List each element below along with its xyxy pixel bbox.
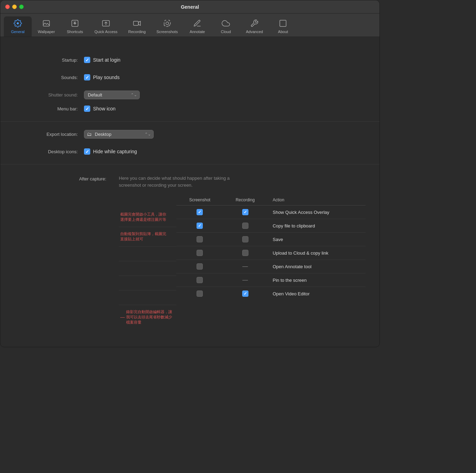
- tab-about[interactable]: About: [269, 16, 297, 37]
- hide-while-capturing-checkbox[interactable]: ✓: [84, 148, 90, 155]
- start-at-login-checkbox[interactable]: ✓: [84, 57, 90, 63]
- play-sounds-wrap[interactable]: ✓ Play sounds: [84, 74, 120, 80]
- recording-cell-3[interactable]: [223, 233, 267, 246]
- tab-quick-access-label: Quick Access: [94, 30, 117, 34]
- screenshot-checkbox-4[interactable]: [197, 250, 203, 256]
- play-sounds-label: Play sounds: [93, 75, 120, 80]
- annotate-icon: [192, 18, 202, 28]
- section-general: Startup: ✓ Start at login Sounds:: [0, 47, 379, 122]
- tab-annotate[interactable]: Annotate: [183, 16, 211, 37]
- hide-while-capturing-wrap[interactable]: ✓ Hide while capturing: [84, 148, 137, 155]
- recording-checkbox-2[interactable]: [242, 223, 248, 229]
- desktop-icons-label: Desktop icons:: [14, 149, 84, 154]
- shutter-sound-control: Default None Classic Modern ⌃⌄: [84, 91, 140, 99]
- menu-bar-label: Menu bar:: [14, 106, 84, 111]
- recording-checkbox-1[interactable]: ✓: [242, 209, 248, 215]
- show-icon-label: Show icon: [93, 106, 116, 111]
- show-icon-checkbox[interactable]: ✓: [84, 106, 90, 112]
- screenshot-checkbox-3[interactable]: [197, 236, 203, 242]
- annotation-column: 截圖完會開啟小工具，讓你選擇要上傳還是標注圖片等 自動複製到剪貼簿，截圖完直接貼…: [119, 195, 176, 329]
- wallpaper-icon: [41, 18, 51, 28]
- screenshot-checkbox-6[interactable]: [197, 277, 203, 283]
- recording-icon: [132, 18, 142, 28]
- recording-checkbox-4[interactable]: [242, 250, 248, 256]
- cloud-icon: [221, 18, 231, 28]
- fullscreen-button[interactable]: [19, 5, 24, 9]
- start-at-login-label: Start at login: [93, 57, 121, 63]
- table-row: ✓ ✓ Show Quick Acce: [176, 206, 366, 219]
- screenshot-checkbox-5[interactable]: [197, 263, 203, 270]
- screenshot-cell-3[interactable]: [176, 233, 223, 246]
- tab-screenshots[interactable]: Screenshots: [152, 16, 183, 37]
- titlebar: General: [0, 0, 379, 14]
- action-cell-1: Show Quick Access Overlay: [267, 206, 366, 219]
- after-capture-label: After capture:: [79, 176, 113, 181]
- tab-advanced-label: Advanced: [246, 30, 263, 34]
- screenshot-checkbox-2[interactable]: ✓: [197, 223, 203, 229]
- screenshot-cell-6[interactable]: [176, 273, 223, 287]
- check-icon: ✓: [85, 58, 89, 62]
- tab-quick-access[interactable]: Quick Access: [90, 16, 122, 37]
- show-icon-wrap[interactable]: ✓ Show icon: [84, 106, 116, 112]
- svg-rect-7: [280, 20, 286, 26]
- tab-about-label: About: [278, 30, 288, 34]
- svg-rect-1: [43, 21, 49, 26]
- tab-shortcuts[interactable]: ⌘ Shortcuts: [61, 16, 89, 37]
- close-button[interactable]: [5, 5, 10, 9]
- tab-cloud[interactable]: Cloud: [212, 16, 240, 37]
- screenshot-cell-7[interactable]: [176, 287, 223, 301]
- tab-recording[interactable]: Recording: [123, 16, 151, 37]
- col-recording-header: Recording: [223, 195, 267, 206]
- annotation-marker-7: —: [120, 315, 125, 320]
- table-row: — Pin to the screen: [176, 273, 366, 287]
- section-after-capture: After capture: Here you can decide what …: [0, 164, 379, 336]
- start-at-login-wrap[interactable]: ✓ Start at login: [84, 57, 121, 63]
- recording-cell-6[interactable]: —: [223, 273, 267, 287]
- tab-general[interactable]: General: [4, 16, 32, 37]
- recording-cell-1[interactable]: ✓: [223, 206, 267, 219]
- tab-cloud-label: Cloud: [221, 30, 231, 34]
- startup-control: ✓ Start at login: [84, 57, 121, 63]
- action-cell-6: Pin to the screen: [267, 273, 366, 287]
- recording-checkbox-3[interactable]: [242, 236, 248, 242]
- desktop-icons-control: ✓ Hide while capturing: [84, 148, 137, 155]
- table-row: — Open Annotate tool: [176, 260, 366, 273]
- shortcuts-icon: ⌘: [70, 18, 80, 28]
- recording-cell-7[interactable]: ✓: [223, 287, 267, 301]
- table-row: Save: [176, 233, 366, 246]
- screenshot-cell-2[interactable]: ✓: [176, 219, 223, 233]
- export-location-row: Export location: Desktop Documents Downl…: [14, 129, 366, 140]
- export-location-control: Desktop Documents Downloads Pictures 🗂 ⌃…: [84, 130, 154, 139]
- screenshot-cell-4[interactable]: [176, 246, 223, 260]
- tab-advanced[interactable]: Advanced: [240, 16, 268, 37]
- export-location-select[interactable]: Desktop Documents Downloads Pictures: [84, 130, 154, 139]
- sounds-control: ✓ Play sounds: [84, 74, 120, 80]
- app-window: General General Wallpaper: [0, 0, 380, 347]
- screenshot-cell-1[interactable]: ✓: [176, 206, 223, 219]
- after-capture-description: Here you can decide what should happen a…: [119, 175, 230, 188]
- action-label-6: Pin to the screen: [272, 278, 307, 283]
- action-cell-7: Open Video Editor: [267, 287, 366, 301]
- screenshot-checkbox-7[interactable]: [197, 290, 203, 297]
- action-label-1: Show Quick Access Overlay: [272, 210, 329, 215]
- recording-checkbox-7[interactable]: ✓: [242, 290, 248, 297]
- recording-cell-4[interactable]: [223, 246, 267, 260]
- screenshot-checkbox-1[interactable]: ✓: [197, 209, 203, 215]
- minimize-button[interactable]: [12, 5, 17, 9]
- menu-bar-row: Menu bar: ✓ Show icon: [14, 103, 366, 114]
- shutter-sound-select-wrap: Default None Classic Modern ⌃⌄: [84, 91, 140, 99]
- export-location-select-wrap: Desktop Documents Downloads Pictures 🗂 ⌃…: [84, 130, 154, 139]
- recording-cell-2[interactable]: [223, 219, 267, 233]
- window-title: General: [181, 4, 199, 10]
- shutter-sound-select[interactable]: Default None Classic Modern: [84, 91, 140, 99]
- annotation-row-1: 截圖完會開啟小工具，讓你選擇要上傳還是標注圖片等: [119, 208, 176, 227]
- recording-cell-5[interactable]: —: [223, 260, 267, 273]
- play-sounds-checkbox[interactable]: ✓: [84, 74, 90, 80]
- screenshot-cell-5[interactable]: [176, 260, 223, 273]
- export-location-label: Export location:: [14, 132, 84, 137]
- check-icon: ✓: [85, 107, 89, 111]
- content: Startup: ✓ Start at login Sounds:: [0, 37, 379, 347]
- tab-screenshots-label: Screenshots: [156, 30, 178, 34]
- tab-wallpaper[interactable]: Wallpaper: [32, 16, 60, 37]
- tab-annotate-label: Annotate: [190, 30, 205, 34]
